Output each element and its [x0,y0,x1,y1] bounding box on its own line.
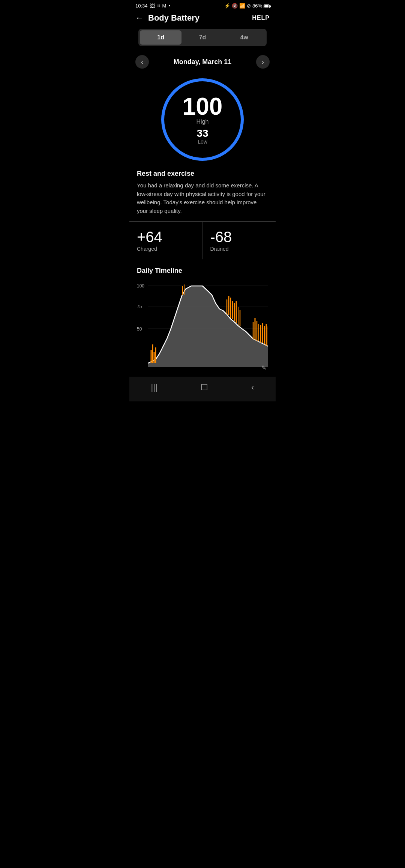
drained-label: Drained [210,246,268,252]
header-left: ← Body Battery [135,13,200,23]
gmail-icon: M [162,3,166,9]
tab-7d[interactable]: 7d [182,30,223,45]
timeline-title: Daily Timeline [137,267,268,275]
time-display: 10:34 [135,3,148,9]
svg-text:75: 75 [137,304,142,309]
back-nav-icon: ‹ [251,383,254,392]
tab-4w[interactable]: 4w [224,30,265,45]
tab-1d[interactable]: 1d [140,30,182,45]
next-day-button[interactable]: › [256,55,270,69]
back-button[interactable]: ← [135,13,144,23]
help-button[interactable]: HELP [252,15,270,21]
status-right: ⚡ 🔇 📶 ⊘ 86% [224,3,270,9]
insight-section: Rest and exercise You had a relaxing day… [129,170,276,221]
svg-text:✎: ✎ [261,365,266,371]
charged-stat: +64 Charged [129,221,203,259]
high-label: High [196,118,209,125]
mute-icon: 🔇 [232,3,238,9]
home-icon: ☐ [201,383,208,392]
timeline-chart: 100 75 50 [137,281,268,371]
date-navigation: ‹ Monday, March 11 › [129,52,276,75]
status-bar: 10:34 🖼 ⠿ M • ⚡ 🔇 📶 ⊘ 86% [129,0,276,10]
header: ← Body Battery HELP [129,10,276,29]
bottom-navigation: ||| ☐ ‹ [129,377,276,401]
recent-apps-icon: ||| [151,383,158,392]
current-date: Monday, March 11 [174,58,232,66]
battery-circle: 100 High 33 Low [161,78,244,161]
grid-icon: ⠿ [157,3,160,8]
svg-marker-6 [148,286,268,367]
charged-label: Charged [137,246,195,252]
tab-group: 1d 7d 4w [138,29,267,46]
home-button[interactable]: ☐ [201,383,208,392]
stats-row: +64 Charged -68 Drained [129,221,276,259]
insight-text: You had a relaxing day and did some exer… [137,181,268,215]
page-title: Body Battery [148,13,200,23]
prev-day-button[interactable]: ‹ [135,55,149,69]
battery-percent: 86% [252,3,262,9]
high-value: 100 [183,94,223,118]
status-left: 10:34 🖼 ⠿ M • [135,3,170,9]
dnd-icon: ⊘ [247,3,251,9]
dot-icon: • [168,3,170,9]
timeline-section: Daily Timeline 100 75 50 [129,259,276,371]
chart-area: 100 75 50 [137,281,268,371]
charged-value: +64 [137,229,195,244]
wifi-icon: 📶 [239,3,245,9]
bluetooth-icon: ⚡ [224,3,230,9]
low-label: Low [198,139,207,145]
svg-text:50: 50 [137,326,142,332]
drained-stat: -68 Drained [203,221,276,259]
drained-value: -68 [210,229,268,244]
recent-apps-button[interactable]: ||| [151,383,158,392]
battery-circle-container: 100 High 33 Low [129,75,276,170]
svg-text:100: 100 [137,283,144,289]
low-value: 33 [196,128,208,139]
battery-icon [264,3,270,9]
insight-title: Rest and exercise [137,170,268,178]
photo-icon: 🖼 [150,3,155,9]
back-nav-button[interactable]: ‹ [251,383,254,392]
